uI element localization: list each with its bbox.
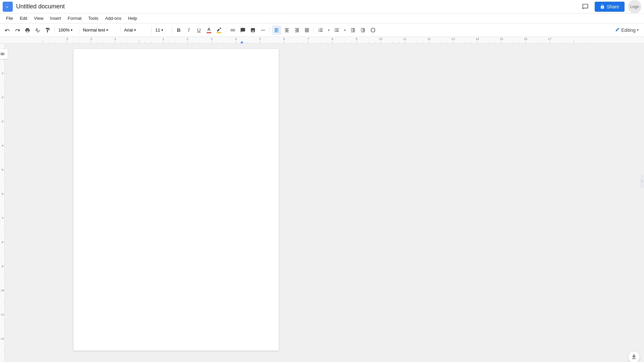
right-panel-collapse[interactable]: ‹ <box>640 174 644 188</box>
menu-view[interactable]: View <box>31 13 47 23</box>
menu-addons[interactable]: Add-ons <box>102 13 124 23</box>
bottom-bar <box>624 352 644 362</box>
editing-mode-button[interactable]: Editing ▾ <box>612 26 641 34</box>
svg-rect-4 <box>6 7 8 7</box>
title-bar: Untitled document Share Logo <box>0 0 644 13</box>
align-left-button[interactable] <box>272 25 281 35</box>
undo-button[interactable] <box>3 25 12 35</box>
ruler-canvas <box>0 37 644 44</box>
vertical-ruler-canvas <box>0 44 5 362</box>
bullet-list-options-button[interactable]: ▾ <box>342 25 347 35</box>
right-panel <box>342 44 644 362</box>
svg-rect-5 <box>6 8 8 8</box>
separator-1 <box>54 27 55 34</box>
more-options-button[interactable] <box>258 25 268 35</box>
text-color-button[interactable]: A <box>204 25 214 35</box>
avatar-text: Logo <box>630 4 639 9</box>
document-area[interactable] <box>10 44 342 362</box>
left-sidebar-area <box>0 44 10 362</box>
separator-5 <box>172 27 172 34</box>
underline-button[interactable]: U <box>194 25 204 35</box>
link-button[interactable] <box>228 25 237 35</box>
spellcheck-button[interactable] <box>33 25 42 35</box>
menu-format[interactable]: Format <box>64 13 85 23</box>
font-selector[interactable]: Arial ▾ <box>122 25 149 35</box>
pencil-icon <box>615 27 620 33</box>
vertical-ruler <box>0 44 5 362</box>
highlight-button[interactable] <box>214 25 224 35</box>
clear-formatting-button[interactable] <box>368 25 378 35</box>
paragraph-style-selector[interactable]: Normal text ▾ <box>81 25 118 35</box>
document-page[interactable] <box>73 49 279 351</box>
menu-help[interactable]: Help <box>125 13 141 23</box>
align-right-button[interactable] <box>292 25 302 35</box>
separator-8 <box>314 27 314 34</box>
print-button[interactable] <box>23 25 32 35</box>
align-center-button[interactable] <box>282 25 291 35</box>
separator-7 <box>270 27 270 34</box>
menu-tools[interactable]: Tools <box>85 13 102 23</box>
bullet-list-button[interactable] <box>332 25 341 35</box>
separator-3 <box>120 27 120 34</box>
menu-insert[interactable]: Insert <box>47 13 64 23</box>
paint-format-button[interactable] <box>43 25 52 35</box>
user-avatar[interactable]: Logo <box>628 0 641 13</box>
editing-label: Editing <box>621 27 636 33</box>
app-logo[interactable] <box>3 2 13 12</box>
comment-button[interactable] <box>579 1 591 13</box>
share-button[interactable]: Share <box>595 2 625 12</box>
save-to-drive-button[interactable] <box>628 351 640 362</box>
text-color-indicator <box>207 32 211 33</box>
bold-button[interactable]: B <box>174 25 183 35</box>
title-bar-right: Share Logo <box>579 0 641 13</box>
main-content <box>0 44 644 362</box>
document-title[interactable]: Untitled document <box>16 3 579 10</box>
document-outline-button[interactable] <box>0 49 8 59</box>
separator-2 <box>79 27 79 34</box>
numbered-list-button[interactable] <box>316 25 325 35</box>
editing-chevron: ▾ <box>637 28 639 32</box>
ruler <box>0 37 644 44</box>
increase-indent-button[interactable] <box>358 25 368 35</box>
font-size-selector[interactable]: 11 ▾ <box>154 25 170 35</box>
svg-rect-3 <box>6 6 8 7</box>
justify-button[interactable] <box>302 25 312 35</box>
numbered-list-options-button[interactable]: ▾ <box>326 25 331 35</box>
image-button[interactable] <box>248 25 258 35</box>
separator-6 <box>226 27 226 34</box>
menu-file[interactable]: File <box>3 13 16 23</box>
menu-edit[interactable]: Edit <box>16 13 31 23</box>
highlight-indicator <box>217 32 221 33</box>
redo-button[interactable] <box>13 25 22 35</box>
separator-4 <box>151 27 152 34</box>
menu-bar: File Edit View Insert Format Tools Add-o… <box>0 13 644 23</box>
toolbar-right: Editing ▾ <box>612 26 641 34</box>
italic-button[interactable]: I <box>184 25 194 35</box>
toolbar: 100% ▾ Normal text ▾ Arial ▾ 11 ▾ B I U … <box>0 23 644 37</box>
insert-comment-button[interactable] <box>238 25 248 35</box>
decrease-indent-button[interactable] <box>348 25 358 35</box>
zoom-selector[interactable]: 100% ▾ <box>57 25 77 35</box>
share-label: Share <box>607 4 619 9</box>
